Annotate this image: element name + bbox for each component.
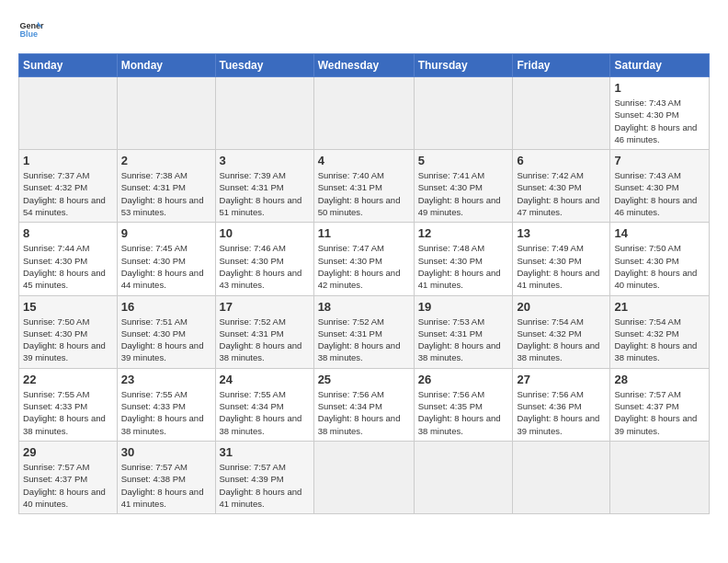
sunrise-label: Sunrise: 7:55 AM <box>23 389 89 399</box>
sunset-label: Sunset: 4:31 PM <box>220 182 284 192</box>
daylight-label: Daylight: 8 hours and 39 minutes. <box>23 340 106 362</box>
logo: General Blue <box>18 17 44 42</box>
calendar-cell <box>117 77 215 150</box>
day-info: Sunrise: 7:44 AM Sunset: 4:30 PM Dayligh… <box>23 242 113 291</box>
calendar-cell <box>313 77 414 150</box>
day-info: Sunrise: 7:40 AM Sunset: 4:31 PM Dayligh… <box>318 169 410 218</box>
day-number: 27 <box>517 373 606 386</box>
sunrise-label: Sunrise: 7:52 AM <box>318 316 384 327</box>
sunset-label: Sunset: 4:32 PM <box>23 182 87 192</box>
day-number: 29 <box>23 445 113 459</box>
sunrise-label: Sunrise: 7:43 AM <box>614 98 680 108</box>
sunset-label: Sunset: 4:30 PM <box>220 256 284 266</box>
day-number: 1 <box>614 81 705 95</box>
sunrise-label: Sunrise: 7:54 AM <box>517 316 583 327</box>
sunrise-label: Sunrise: 7:57 AM <box>23 462 89 472</box>
sunset-label: Sunset: 4:33 PM <box>23 401 87 411</box>
calendar-cell: 1 Sunrise: 7:43 AM Sunset: 4:30 PM Dayli… <box>610 77 710 150</box>
daylight-label: Daylight: 8 hours and 45 minutes. <box>23 268 106 290</box>
sunset-label: Sunset: 4:30 PM <box>23 328 87 339</box>
sunset-label: Sunset: 4:38 PM <box>121 474 186 484</box>
sunrise-label: Sunrise: 7:48 AM <box>418 243 484 253</box>
sunset-label: Sunset: 4:30 PM <box>121 256 186 266</box>
calendar-cell: 29 Sunrise: 7:57 AM Sunset: 4:37 PM Dayl… <box>19 441 118 513</box>
day-info: Sunrise: 7:46 AM Sunset: 4:30 PM Dayligh… <box>220 242 310 291</box>
day-number: 1 <box>23 154 113 167</box>
sunset-label: Sunset: 4:37 PM <box>614 401 678 411</box>
sunset-label: Sunset: 4:30 PM <box>418 256 483 266</box>
day-info: Sunrise: 7:57 AM Sunset: 4:37 PM Dayligh… <box>23 461 113 510</box>
sunset-label: Sunset: 4:30 PM <box>23 256 87 266</box>
calendar-header-row: SundayMondayTuesdayWednesdayThursdayFrid… <box>19 54 710 77</box>
day-number: 22 <box>23 373 113 386</box>
daylight-label: Daylight: 8 hours and 41 minutes. <box>220 487 302 509</box>
daylight-label: Daylight: 8 hours and 39 minutes. <box>614 413 697 435</box>
sunrise-label: Sunrise: 7:45 AM <box>121 243 188 253</box>
calendar-cell: 11 Sunrise: 7:47 AM Sunset: 4:30 PM Dayl… <box>313 223 414 295</box>
calendar-cell: 30 Sunrise: 7:57 AM Sunset: 4:38 PM Dayl… <box>117 441 215 513</box>
sunset-label: Sunset: 4:32 PM <box>614 328 678 339</box>
calendar-cell: 8 Sunrise: 7:44 AM Sunset: 4:30 PM Dayli… <box>19 223 118 295</box>
sunrise-label: Sunrise: 7:39 AM <box>220 170 286 180</box>
sunset-label: Sunset: 4:39 PM <box>220 474 284 484</box>
sunrise-label: Sunrise: 7:47 AM <box>318 243 384 253</box>
daylight-label: Daylight: 8 hours and 41 minutes. <box>517 268 599 290</box>
sunrise-label: Sunrise: 7:54 AM <box>614 316 680 327</box>
daylight-label: Daylight: 8 hours and 41 minutes. <box>418 268 501 290</box>
weekday-header: Friday <box>513 54 610 77</box>
weekday-header: Wednesday <box>313 54 414 77</box>
day-info: Sunrise: 7:54 AM Sunset: 4:32 PM Dayligh… <box>614 316 705 364</box>
daylight-label: Daylight: 8 hours and 43 minutes. <box>220 268 302 290</box>
day-info: Sunrise: 7:51 AM Sunset: 4:30 PM Dayligh… <box>121 316 211 364</box>
calendar-table: SundayMondayTuesdayWednesdayThursdayFrid… <box>18 53 710 514</box>
sunrise-label: Sunrise: 7:56 AM <box>418 389 484 399</box>
daylight-label: Daylight: 8 hours and 38 minutes. <box>220 413 302 435</box>
calendar-cell <box>313 441 414 513</box>
sunrise-label: Sunrise: 7:55 AM <box>121 389 188 399</box>
calendar-cell: 1 Sunrise: 7:37 AM Sunset: 4:32 PM Dayli… <box>19 150 118 223</box>
daylight-label: Daylight: 8 hours and 38 minutes. <box>318 413 401 435</box>
logo-icon: General Blue <box>18 17 44 42</box>
day-info: Sunrise: 7:42 AM Sunset: 4:30 PM Dayligh… <box>517 169 606 218</box>
day-info: Sunrise: 7:55 AM Sunset: 4:34 PM Dayligh… <box>220 388 310 437</box>
sunset-label: Sunset: 4:37 PM <box>23 474 87 484</box>
day-number: 23 <box>121 373 211 386</box>
day-info: Sunrise: 7:47 AM Sunset: 4:30 PM Dayligh… <box>318 242 410 291</box>
sunrise-label: Sunrise: 7:42 AM <box>517 170 583 180</box>
sunset-label: Sunset: 4:30 PM <box>614 109 678 120</box>
sunset-label: Sunset: 4:30 PM <box>318 256 382 266</box>
daylight-label: Daylight: 8 hours and 44 minutes. <box>121 268 204 290</box>
day-info: Sunrise: 7:55 AM Sunset: 4:33 PM Dayligh… <box>121 388 211 437</box>
calendar-cell: 26 Sunrise: 7:56 AM Sunset: 4:35 PM Dayl… <box>414 368 513 441</box>
sunset-label: Sunset: 4:31 PM <box>318 182 382 192</box>
day-number: 5 <box>418 154 509 167</box>
sunset-label: Sunset: 4:34 PM <box>220 401 284 411</box>
daylight-label: Daylight: 8 hours and 38 minutes. <box>418 413 501 435</box>
day-number: 15 <box>23 300 113 314</box>
calendar-week-row: 15 Sunrise: 7:50 AM Sunset: 4:30 PM Dayl… <box>19 295 710 368</box>
calendar-cell <box>513 77 610 150</box>
sunset-label: Sunset: 4:33 PM <box>121 401 186 411</box>
calendar-cell: 19 Sunrise: 7:53 AM Sunset: 4:31 PM Dayl… <box>414 295 513 368</box>
sunrise-label: Sunrise: 7:56 AM <box>517 389 583 399</box>
sunset-label: Sunset: 4:30 PM <box>517 256 581 266</box>
day-info: Sunrise: 7:52 AM Sunset: 4:31 PM Dayligh… <box>220 316 310 364</box>
calendar-cell: 6 Sunrise: 7:42 AM Sunset: 4:30 PM Dayli… <box>513 150 610 223</box>
sunset-label: Sunset: 4:30 PM <box>121 328 186 339</box>
sunrise-label: Sunrise: 7:49 AM <box>517 243 583 253</box>
daylight-label: Daylight: 8 hours and 38 minutes. <box>517 340 599 362</box>
daylight-label: Daylight: 8 hours and 51 minutes. <box>220 195 302 217</box>
daylight-label: Daylight: 8 hours and 39 minutes. <box>517 413 599 435</box>
page: General Blue SundayMondayTuesdayWednesda… <box>0 0 728 523</box>
sunrise-label: Sunrise: 7:55 AM <box>220 389 286 399</box>
header: General Blue <box>18 17 710 42</box>
daylight-label: Daylight: 8 hours and 38 minutes. <box>220 340 302 362</box>
day-number: 19 <box>418 300 509 314</box>
calendar-cell: 24 Sunrise: 7:55 AM Sunset: 4:34 PM Dayl… <box>215 368 313 441</box>
day-number: 25 <box>318 373 410 386</box>
sunrise-label: Sunrise: 7:52 AM <box>220 316 286 327</box>
sunset-label: Sunset: 4:34 PM <box>318 401 382 411</box>
day-info: Sunrise: 7:49 AM Sunset: 4:30 PM Dayligh… <box>517 242 606 291</box>
calendar-body: 1 Sunrise: 7:43 AM Sunset: 4:30 PM Dayli… <box>19 77 710 514</box>
day-info: Sunrise: 7:56 AM Sunset: 4:35 PM Dayligh… <box>418 388 509 437</box>
